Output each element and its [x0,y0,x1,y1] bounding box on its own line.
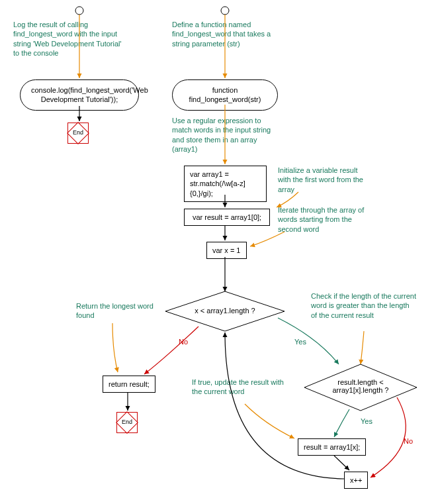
svg-point-0 [75,7,83,15]
annotation-iterate: Iterate through the array of words start… [278,205,377,234]
node-var-x: var x = 1 [206,242,247,259]
svg-point-3 [221,7,229,15]
label-yes-condx: Yes [294,338,306,346]
assign-result-text: result = array1[x]; [304,443,360,451]
label-no-condx: No [179,338,188,346]
node-end-1: End [67,123,89,144]
annotation-update-result: If true, update the result with the curr… [192,378,291,397]
svg-line-12 [334,456,349,470]
end-2-text: End [122,419,132,427]
annotation-check-length: Check if the length of the current word … [311,291,417,320]
decision-condlen-text: result.length < array1[x].length ? [318,378,404,394]
start-circle-right [220,5,230,16]
return-result-text: return result; [109,380,150,388]
end-1-text: End [73,129,83,137]
inc-x-text: x++ [350,476,362,484]
var-array1-text: var array1 = str.match(/\w[a-z]{0,}/gi); [190,170,245,197]
node-console-log: console.log(find_longest_word('Web Devel… [20,79,139,111]
node-function-def: function find_longest_word(str) [172,79,278,111]
annotation-log-call: Log the result of calling find_longest_w… [13,20,126,58]
node-return-result: return result; [103,376,155,393]
node-assign-result: result = array1[x]; [298,438,366,456]
label-yes-condlen: Yes [361,417,372,425]
annotation-return-longest: Return the longest word found [76,301,155,321]
label-no-condlen: No [404,437,413,445]
node-inc-x: x++ [344,472,368,489]
node-end-2: End [116,412,138,433]
node-var-result: var result = array1[0]; [184,209,270,226]
start-circle-left [74,5,85,16]
decision-condx-text: x < array1.length ? [182,307,268,315]
annotation-define-fn: Define a function named find_longest_wor… [172,20,278,48]
node-var-array1: var array1 = str.match(/\w[a-z]{0,}/gi); [184,166,267,202]
var-x-text: var x = 1 [212,246,241,254]
console-log-text: console.log(find_longest_word('Web Devel… [31,86,148,103]
annotation-use-regex: Use a regular expression to match words … [172,116,278,154]
var-result-text: var result = array1[0]; [193,213,261,221]
annotation-init-var: Initialize a variable result with the fi… [278,166,371,194]
function-def-text: function find_longest_word(str) [189,86,261,103]
